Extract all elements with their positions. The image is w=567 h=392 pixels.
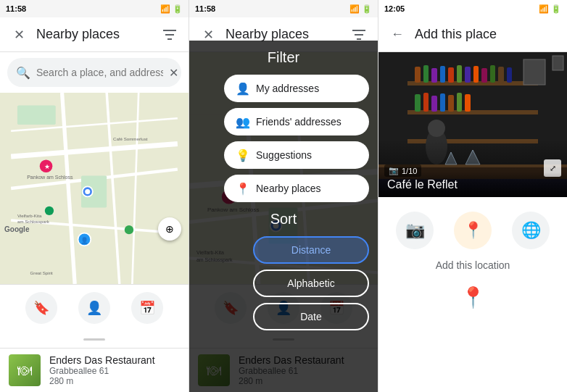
filter-friends-addresses[interactable]: 👥 Friends' addresses (224, 108, 369, 135)
filter-label: Filter (198, 49, 369, 66)
left-header: ✕ Nearby places (0, 17, 189, 52)
svg-rect-60 (507, 67, 512, 83)
left-map: Pankow am Schloss Café Sommerlust Vielfa… (0, 93, 189, 284)
location-pin-icon: 📍 (460, 285, 486, 309)
add-web-button[interactable]: 🌐 (512, 212, 550, 249)
middle-panel: 11:58 📶 🔋 ✕ Nearby places Pankow am S (189, 0, 378, 392)
left-restaurant-address: Grabbeallee 61 (49, 366, 180, 376)
svg-rect-54 (457, 65, 462, 83)
right-back-button[interactable]: ← (387, 25, 407, 45)
left-time: 11:58 (6, 4, 26, 13)
svg-rect-61 (415, 94, 421, 112)
middle-status-bar: 11:58 📶 🔋 (189, 0, 378, 17)
collapse-bar (83, 338, 105, 341)
left-clear-icon[interactable]: ✕ (169, 66, 178, 80)
filter-my-addresses-label: My addresses (256, 83, 319, 94)
left-restaurant-name: Enders Das Restaurant (49, 354, 180, 366)
right-header-title: Add this place (415, 27, 558, 42)
svg-text:Café Sommerlust: Café Sommerlust (113, 136, 148, 141)
filter-nearby-places[interactable]: 📍 Nearby places (224, 175, 369, 202)
left-filter-button[interactable] (160, 25, 180, 45)
middle-time: 11:58 (195, 4, 215, 13)
right-status-icons: 📶 🔋 (539, 4, 561, 14)
svg-rect-59 (498, 67, 504, 83)
action-buttons: 📷 📍 🌐 (378, 197, 567, 257)
svg-text:Pankow am Schloss: Pankow am Schloss (27, 175, 73, 180)
svg-rect-58 (490, 65, 495, 83)
left-panel: 11:58 📶 🔋 ✕ Nearby places 🔍 ✕ (0, 0, 189, 392)
left-status-icons: 📶 🔋 (160, 4, 183, 14)
svg-text:👤: 👤 (80, 236, 88, 245)
svg-rect-50 (423, 65, 429, 83)
middle-header-title: Nearby places (225, 27, 342, 42)
svg-rect-56 (473, 66, 479, 83)
svg-rect-67 (465, 94, 471, 112)
svg-rect-49 (415, 67, 421, 83)
filter-my-addresses[interactable]: 👤 My addresses (224, 75, 369, 102)
left-close-button[interactable]: ✕ (9, 25, 29, 45)
bookmark-button[interactable]: 🔖 (25, 292, 57, 324)
filter-overlay: Filter 👤 My addresses 👥 Friends' address… (189, 41, 378, 392)
filter-suggestions-label: Suggestions (256, 149, 312, 161)
svg-rect-74 (523, 59, 545, 85)
svg-rect-57 (481, 68, 487, 83)
filter-friends-addresses-label: Friends' addresses (256, 116, 342, 128)
sort-label: Sort (198, 211, 369, 228)
svg-rect-63 (431, 96, 437, 112)
left-restaurant-thumbnail: 🍽 (9, 354, 41, 386)
left-search-bar[interactable]: 🔍 ✕ (7, 58, 181, 87)
people-icon: 👥 (236, 115, 250, 129)
bottom-location-area: 📍 (378, 271, 567, 324)
left-restaurant-info: Enders Das Restaurant Grabbeallee 61 280… (49, 354, 180, 386)
filter-suggestions[interactable]: 💡 Suggestions (224, 141, 369, 169)
add-location-button[interactable]: 📍 (454, 212, 492, 249)
svg-point-20 (45, 207, 54, 215)
sort-distance-label: Distance (291, 244, 331, 256)
svg-text:Vielfarb-Kita: Vielfarb-Kita (17, 213, 42, 218)
sort-date-button[interactable]: Date (253, 303, 369, 330)
add-photo-button[interactable]: 📷 (396, 212, 434, 249)
svg-text:Great Spirit: Great Spirit (30, 270, 53, 275)
svg-rect-55 (465, 67, 471, 83)
left-search-icon: 🔍 (16, 66, 30, 80)
place-name: Café le Reflet (387, 178, 458, 191)
sort-distance-button[interactable]: Distance (253, 236, 369, 264)
place-image: 📷 1/10 ⤢ Café le Reflet (378, 52, 567, 197)
right-panel: 12:05 📶 🔋 ← Add this place (378, 0, 567, 392)
right-time: 12:05 (384, 4, 405, 13)
svg-point-69 (428, 120, 445, 137)
add-location-label: Add this location (378, 257, 567, 271)
svg-text:★: ★ (44, 163, 50, 170)
sort-alphabetic-button[interactable]: Alphabetic (253, 270, 369, 297)
svg-rect-52 (440, 66, 445, 83)
person-button[interactable]: 👤 (78, 292, 110, 324)
svg-rect-66 (457, 93, 462, 112)
right-header: ← Add this place (378, 17, 567, 52)
location-target-button[interactable]: ⊕ (158, 217, 181, 241)
svg-point-21 (125, 225, 133, 234)
calendar-button[interactable]: 📅 (131, 292, 163, 324)
filter-nearby-places-label: Nearby places (256, 183, 321, 194)
left-collapse-handle[interactable] (0, 330, 189, 348)
nearby-icon: 📍 (236, 182, 250, 196)
left-restaurant-distance: 280 m (49, 376, 180, 386)
bulb-icon: 💡 (236, 149, 250, 162)
svg-rect-65 (448, 95, 454, 112)
sort-date-label: Date (300, 311, 322, 322)
right-status-bar: 12:05 📶 🔋 (378, 0, 567, 17)
svg-rect-53 (448, 67, 454, 83)
left-bottom-icons: 🔖 👤 📅 (0, 284, 189, 330)
left-status-bar: 11:58 📶 🔋 (0, 0, 189, 17)
person-icon: 👤 (236, 82, 250, 96)
left-header-title: Nearby places (36, 27, 152, 42)
left-list-item[interactable]: 🍽 Enders Das Restaurant Grabbeallee 61 2… (0, 348, 189, 392)
svg-rect-64 (440, 93, 445, 112)
sort-alphabetic-label: Alphabetic (287, 278, 334, 289)
left-search-input[interactable] (36, 67, 163, 78)
place-name-overlay: Café le Reflet (378, 172, 567, 197)
google-logo: Google (4, 225, 29, 233)
svg-rect-12 (17, 106, 56, 125)
middle-status-icons: 📶 🔋 (349, 4, 372, 14)
svg-text:am Schlosspark: am Schlosspark (17, 219, 50, 224)
svg-rect-62 (423, 93, 429, 112)
